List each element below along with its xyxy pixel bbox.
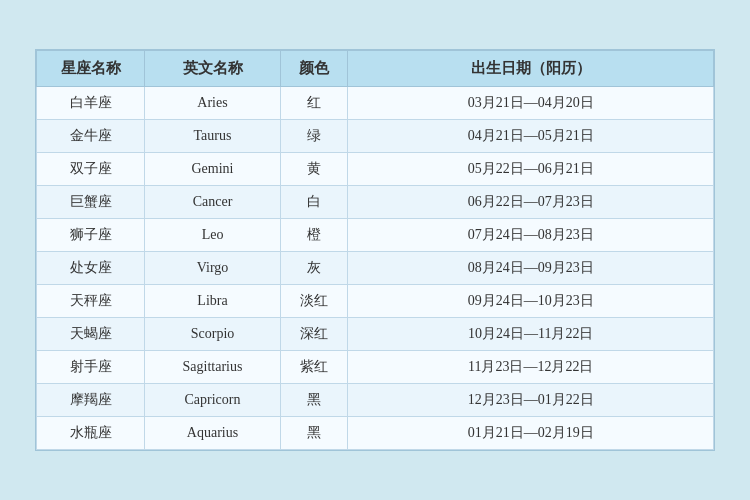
cell-date: 05月22日—06月21日 bbox=[348, 153, 714, 186]
cell-chinese: 白羊座 bbox=[37, 87, 145, 120]
zodiac-table: 星座名称 英文名称 颜色 出生日期（阳历） 白羊座Aries红03月21日—04… bbox=[36, 50, 714, 450]
cell-date: 06月22日—07月23日 bbox=[348, 186, 714, 219]
cell-color: 深红 bbox=[280, 318, 348, 351]
cell-date: 12月23日—01月22日 bbox=[348, 384, 714, 417]
table-row: 金牛座Taurus绿04月21日—05月21日 bbox=[37, 120, 714, 153]
cell-english: Virgo bbox=[145, 252, 280, 285]
header-date: 出生日期（阳历） bbox=[348, 51, 714, 87]
table-row: 白羊座Aries红03月21日—04月20日 bbox=[37, 87, 714, 120]
cell-date: 10月24日—11月22日 bbox=[348, 318, 714, 351]
zodiac-table-container: 星座名称 英文名称 颜色 出生日期（阳历） 白羊座Aries红03月21日—04… bbox=[35, 49, 715, 451]
cell-chinese: 金牛座 bbox=[37, 120, 145, 153]
cell-color: 红 bbox=[280, 87, 348, 120]
header-english: 英文名称 bbox=[145, 51, 280, 87]
cell-color: 白 bbox=[280, 186, 348, 219]
cell-color: 紫红 bbox=[280, 351, 348, 384]
cell-chinese: 双子座 bbox=[37, 153, 145, 186]
cell-date: 08月24日—09月23日 bbox=[348, 252, 714, 285]
cell-chinese: 处女座 bbox=[37, 252, 145, 285]
cell-english: Leo bbox=[145, 219, 280, 252]
table-row: 水瓶座Aquarius黑01月21日—02月19日 bbox=[37, 417, 714, 450]
table-row: 巨蟹座Cancer白06月22日—07月23日 bbox=[37, 186, 714, 219]
table-row: 狮子座Leo橙07月24日—08月23日 bbox=[37, 219, 714, 252]
cell-english: Gemini bbox=[145, 153, 280, 186]
table-row: 摩羯座Capricorn黑12月23日—01月22日 bbox=[37, 384, 714, 417]
cell-color: 淡红 bbox=[280, 285, 348, 318]
cell-english: Cancer bbox=[145, 186, 280, 219]
cell-color: 黑 bbox=[280, 384, 348, 417]
cell-english: Taurus bbox=[145, 120, 280, 153]
cell-chinese: 摩羯座 bbox=[37, 384, 145, 417]
cell-color: 黄 bbox=[280, 153, 348, 186]
cell-english: Sagittarius bbox=[145, 351, 280, 384]
cell-date: 01月21日—02月19日 bbox=[348, 417, 714, 450]
cell-english: Libra bbox=[145, 285, 280, 318]
cell-chinese: 射手座 bbox=[37, 351, 145, 384]
cell-english: Aries bbox=[145, 87, 280, 120]
cell-color: 绿 bbox=[280, 120, 348, 153]
table-row: 天秤座Libra淡红09月24日—10月23日 bbox=[37, 285, 714, 318]
cell-english: Scorpio bbox=[145, 318, 280, 351]
cell-chinese: 巨蟹座 bbox=[37, 186, 145, 219]
cell-chinese: 天蝎座 bbox=[37, 318, 145, 351]
header-chinese: 星座名称 bbox=[37, 51, 145, 87]
cell-date: 04月21日—05月21日 bbox=[348, 120, 714, 153]
cell-date: 07月24日—08月23日 bbox=[348, 219, 714, 252]
cell-chinese: 水瓶座 bbox=[37, 417, 145, 450]
cell-date: 09月24日—10月23日 bbox=[348, 285, 714, 318]
table-header-row: 星座名称 英文名称 颜色 出生日期（阳历） bbox=[37, 51, 714, 87]
table-row: 处女座Virgo灰08月24日—09月23日 bbox=[37, 252, 714, 285]
cell-english: Aquarius bbox=[145, 417, 280, 450]
cell-color: 黑 bbox=[280, 417, 348, 450]
cell-date: 03月21日—04月20日 bbox=[348, 87, 714, 120]
table-row: 双子座Gemini黄05月22日—06月21日 bbox=[37, 153, 714, 186]
cell-chinese: 狮子座 bbox=[37, 219, 145, 252]
cell-date: 11月23日—12月22日 bbox=[348, 351, 714, 384]
header-color: 颜色 bbox=[280, 51, 348, 87]
cell-color: 橙 bbox=[280, 219, 348, 252]
table-row: 射手座Sagittarius紫红11月23日—12月22日 bbox=[37, 351, 714, 384]
table-row: 天蝎座Scorpio深红10月24日—11月22日 bbox=[37, 318, 714, 351]
cell-chinese: 天秤座 bbox=[37, 285, 145, 318]
cell-color: 灰 bbox=[280, 252, 348, 285]
cell-english: Capricorn bbox=[145, 384, 280, 417]
